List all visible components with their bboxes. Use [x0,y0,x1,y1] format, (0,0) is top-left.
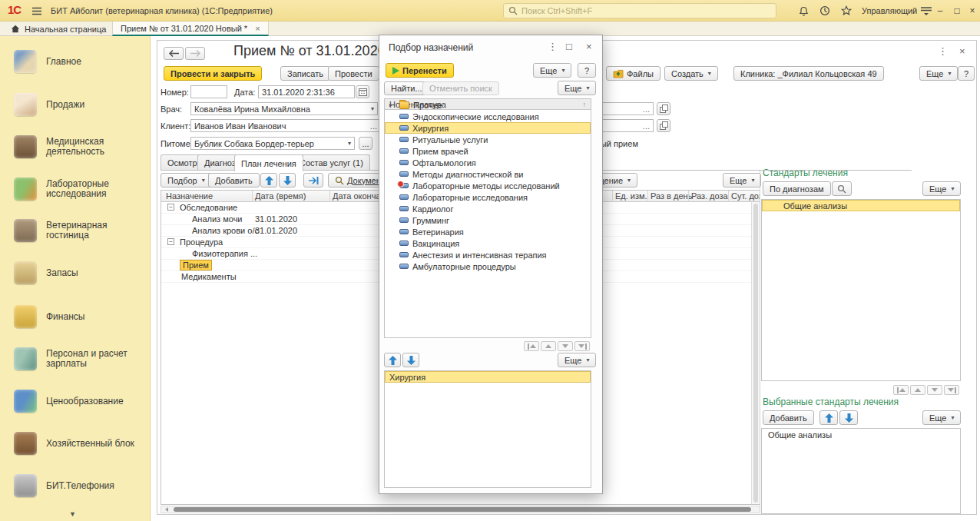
selected-standards-more-button[interactable]: Еще [922,410,961,425]
standards-search-button[interactable] [832,181,852,196]
tab-close-icon[interactable]: × [255,24,260,33]
transfer-button[interactable]: Перенести [386,63,454,78]
select-ellipsis-icon[interactable]: ... [643,121,650,131]
standards-up-button[interactable] [819,410,838,425]
plan-more-button[interactable]: Еще [723,173,761,187]
move-to-services-button[interactable] [303,173,323,187]
client-input[interactable]: Иванов Иван Иванович ... [190,119,381,132]
form-more-dropdown[interactable]: Еще [919,66,958,81]
pet-dropdown-icon[interactable]: ▾ [348,140,351,147]
sidebar-item-telephony[interactable]: БИТ.Телефония [14,464,143,507]
panel-splitter[interactable] [760,170,760,513]
scroll-left-icon[interactable] [165,507,168,512]
add-row-button[interactable]: Добавить [208,173,260,187]
column-header[interactable]: Сут. доза [731,191,760,201]
sidebar-item-pricing[interactable]: Ценообразование [14,380,143,423]
column-header[interactable]: Ед. изм. [615,191,647,201]
sidebar-item-staff[interactable]: Персонал и расчет зарплаты [14,337,143,380]
go-up-button[interactable] [541,341,556,351]
selected-cell[interactable]: Прием [180,260,212,270]
select-ellipsis-icon[interactable]: ... [370,121,377,131]
cancel-search-button[interactable]: Отменить поиск [422,81,499,95]
tree-item[interactable]: Методы диагностической ви [385,168,591,180]
tree-item[interactable]: Амбулаторные процедуры [385,260,591,272]
column-header[interactable]: Раз. доза [691,191,728,201]
column-header[interactable]: Дата (время) [255,191,306,201]
go-first-button[interactable] [893,385,909,395]
tree-item[interactable]: Вакцинация [385,237,591,249]
window-close-button[interactable]: × [966,5,978,17]
move-row-up-button[interactable] [260,173,277,187]
sidebar-item-medical[interactable]: Медицинская деятельность [14,125,143,168]
go-up-button[interactable] [910,385,925,395]
dialog-more-dropdown[interactable]: Еще [533,63,571,78]
main-menu-button[interactable] [29,3,45,18]
create-button[interactable]: Создать [664,66,718,81]
move-row-down-button[interactable] [279,173,296,187]
standards-more-button[interactable]: Еще [922,181,961,196]
global-search-input[interactable]: Поиск Ctrl+Shift+F [503,3,776,18]
window-maximize-button[interactable]: □ [951,5,963,17]
tree-item[interactable]: Офтальмология [385,157,591,168]
standards-list-item[interactable]: Общие анализы [762,200,960,211]
pick-button[interactable]: Подбор [161,173,212,187]
number-input[interactable] [190,85,227,98]
doctor-dropdown-icon[interactable]: ▾ [371,105,374,112]
tree-item[interactable]: Грумминг [385,214,591,226]
tab-plan-lecheniya[interactable]: План лечения [234,154,303,171]
back-button[interactable] [164,47,184,60]
standards-down-button[interactable] [839,410,858,425]
go-down-button[interactable] [558,341,573,351]
plan-horizontal-scrollbar[interactable] [161,506,760,513]
date-input[interactable]: 31.01.2020 2:31:36 [258,85,355,98]
tree-item[interactable]: Ветеринария [385,226,591,237]
tree-item-folder[interactable]: ▸ Прочее [385,99,591,111]
write-button[interactable]: Записать [280,66,330,81]
standards-add-button[interactable]: Добавить [763,410,814,425]
tab-sostav-uslug[interactable]: Состав услуг (1) [293,154,370,170]
selection-list-item[interactable]: Хирургия [385,371,591,383]
sidebar-item-main[interactable]: Главное [14,40,143,83]
selected-standards-item[interactable]: Общие анализы [762,429,960,440]
tree-item[interactable]: Прием врачей [385,145,591,157]
current-user[interactable]: Управляющий [862,6,917,15]
pet-select-button[interactable]: ... [359,137,372,150]
favorites-button[interactable] [839,3,854,18]
plan-vertical-scrollbar[interactable] [751,202,760,504]
sidebar-item-sales[interactable]: Продажи [14,83,143,126]
tree-item[interactable]: Кардиолог [385,203,591,214]
sidebar-item-hotel[interactable]: Ветеринарная гостиница [14,209,143,252]
post-button[interactable]: Провести [328,66,379,81]
tree-item-selected[interactable]: Хирургия [385,122,591,134]
tree-item[interactable]: Эндоскопические исследования [385,111,591,122]
collapse-icon[interactable]: − [167,238,174,245]
dialog-more-button[interactable]: ⋮ [548,41,558,52]
sidebar-item-finance[interactable]: Финансы [14,295,143,338]
sidebar-item-stock[interactable]: Запасы [14,251,143,294]
column-header[interactable]: Назначение [166,191,213,201]
selection-more-button[interactable]: Еще [558,353,596,367]
dialog-close-button[interactable]: × [586,41,592,52]
files-button[interactable]: Файлы [606,66,661,81]
forward-button[interactable] [185,47,205,60]
pet-input[interactable]: Бублик Собака Бордер-терьер ▾ [190,137,355,150]
go-last-button[interactable] [574,341,590,351]
history-button[interactable] [817,3,833,18]
expand-icon[interactable]: ▸ [389,101,396,108]
tree-item[interactable]: Лабораторные исследования [385,191,591,203]
sidebar-item-lab[interactable]: Лабораторные исследования [14,168,143,211]
clinic-button[interactable]: Клиника: _Филиал Кольцовская 49 [733,66,884,81]
notifications-button[interactable] [796,3,811,18]
scrollbar-thumb[interactable] [174,507,751,512]
help-button[interactable]: ? [958,66,975,81]
selection-up-button[interactable] [384,353,401,367]
window-minimize-button[interactable]: – [934,5,946,17]
column-header[interactable]: Раз в день [651,191,692,201]
open-link-button-2[interactable] [657,119,670,132]
tab-document[interactable]: Прием № от 31.01.2020 Новый * × [112,22,269,36]
select-ellipsis-icon[interactable]: ... [643,105,650,114]
doctor-input[interactable]: Ковалёва Ирина Михайловна ▾ [190,102,378,115]
tab-home[interactable]: Начальная страница [3,22,114,36]
dialog-help-button[interactable]: ? [578,63,596,78]
tree-item[interactable]: Ритуальные услуги [385,134,591,145]
